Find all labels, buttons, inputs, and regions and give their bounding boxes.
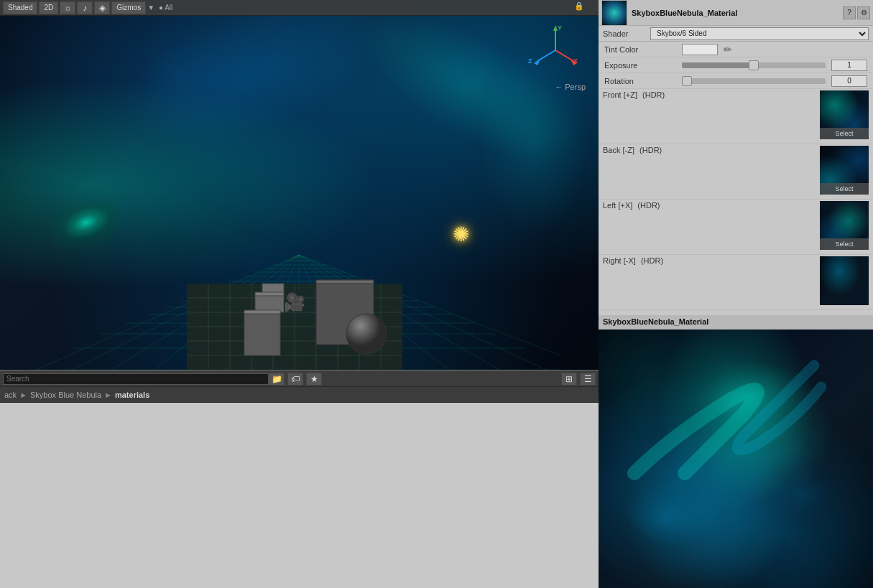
material-thumbnail [601,0,627,26]
scene-gizmo[interactable]: Y X Z [527,22,584,79]
right-texture-section: Right [-X] (HDR) [599,255,873,310]
gizmos-btn[interactable]: Gizmos [111,1,146,14]
exposure-row: Exposure 1 [599,57,873,73]
view-2d-btn[interactable]: 2D [39,1,58,14]
viewport[interactable]: ✺ 🎥 Shaded 2D ☼ ♪ ◈ Gizmos ▼ ● All 🔒 [0,0,599,370]
back-texture-thumb[interactable]: Select [820,146,869,195]
svg-point-65 [712,442,841,528]
front-texture-row: Front [+Z] (HDR) Select [603,90,869,139]
tag-icon[interactable]: 🏷 [287,373,303,386]
viewport-lock-icon[interactable]: 🔒 [574,1,584,11]
file-browser-toolbar: 📁 🏷 ★ ⊞ ☰ [0,371,599,387]
back-hdr: (HDR) [639,146,662,154]
inspector-panel: SkyboxBlueNebula_Material ? ⚙ Shader Sky… [599,0,873,588]
svg-point-53 [346,314,387,354]
back-texture-section: Back [-Z] (HDR) Select [599,144,873,200]
material-title: SkyboxBlueNebula_Material [632,9,839,17]
camera-icon: 🎥 [284,292,305,312]
file-browser-content[interactable] [0,403,599,588]
audio-toggle-btn[interactable]: ♪ [77,1,93,14]
right-texture-row: Right [-X] (HDR) [603,256,869,305]
breadcrumb-sep2: ► [104,391,112,399]
exposure-value[interactable]: 1 [831,60,867,71]
all-label: All [165,4,172,11]
rotation-value[interactable]: 0 [831,75,867,87]
left-texture-thumb[interactable]: Select [820,201,869,250]
sun-light-indicator: ✺ [453,223,469,246]
left-panel: ✺ 🎥 Shaded 2D ☼ ♪ ◈ Gizmos ▼ ● All 🔒 [0,0,599,588]
svg-rect-52 [316,280,374,284]
preview-title: SkyboxBlueNebula_Material [603,317,708,326]
viewport-toolbar: Shaded 2D ☼ ♪ ◈ Gizmos ▼ ● All 🔒 [0,0,599,16]
material-header-row: SkyboxBlueNebula_Material ? ⚙ [599,0,873,26]
lighting-toggle-btn[interactable]: ☼ [60,1,75,14]
rotation-label: Rotation [604,77,676,85]
front-texture-section: Front [+Z] (HDR) Select [599,89,873,144]
list-toggle-btn[interactable]: ☰ [580,373,596,386]
front-label: Front [+Z] [603,90,637,99]
left-texture-section: Left [+X] (HDR) Select [599,200,873,255]
back-select-btn[interactable]: Select [820,183,869,195]
svg-line-60 [537,50,555,61]
svg-marker-61 [534,59,540,65]
rotation-slider[interactable] [682,78,826,84]
star-icon[interactable]: ★ [306,373,322,386]
left-hdr: (HDR) [637,201,660,210]
svg-text:Z: Z [528,57,532,65]
breadcrumb-skybox[interactable]: Skybox Blue Nebula [30,391,101,399]
svg-line-57 [555,50,573,61]
preview-section: SkyboxBlueNebula_Material [599,315,873,589]
grid-floor [0,140,599,370]
perspective-label: ← Persp [555,83,586,91]
search-input[interactable] [3,373,269,385]
rotation-row: Rotation 0 [599,73,873,89]
front-select-btn[interactable]: Select [820,128,869,139]
folder-icon[interactable]: 📁 [269,373,285,386]
material-help-icon[interactable]: ? [843,6,856,19]
front-hdr: (HDR) [642,90,665,99]
main-area: ✺ 🎥 Shaded 2D ☼ ♪ ◈ Gizmos ▼ ● All 🔒 [0,0,873,588]
preview-image [599,330,873,589]
layout-toggle-btn[interactable]: ⊞ [561,373,577,386]
shader-label: Shader [603,29,646,38]
header-icons: ? ⚙ [843,6,870,19]
breadcrumb: ack ► Skybox Blue Nebula ► materials [0,387,599,403]
effects-toggle-btn[interactable]: ◈ [94,1,110,14]
right-hdr: (HDR) [641,256,663,265]
svg-rect-46 [255,294,284,312]
preview-header: SkyboxBlueNebula_Material [599,315,873,330]
front-texture-thumb[interactable]: Select [820,90,869,139]
svg-text:X: X [573,57,578,65]
breadcrumb-sep1: ► [19,391,27,399]
file-browser-panel: 📁 🏷 ★ ⊞ ☰ ack ► Skybox Blue Nebula ► mat… [0,370,599,588]
tint-color-swatch[interactable] [682,44,718,55]
back-label: Back [-Z] [603,146,634,154]
shader-row: Shader Skybox/6 Sided [599,26,873,42]
breadcrumb-back[interactable]: ack [4,391,17,399]
svg-rect-49 [255,292,284,296]
material-settings-icon[interactable]: ⚙ [857,6,870,19]
left-label: Left [+X] [603,201,632,210]
exposure-label: Exposure [604,61,676,70]
svg-text:Y: Y [558,24,562,32]
svg-rect-48 [244,310,280,314]
left-select-btn[interactable]: Select [820,238,869,250]
inspector-scroll[interactable]: Tint Color ✏ Exposure 1 Rotation [599,42,873,315]
tint-color-label: Tint Color [604,45,676,54]
back-texture-row: Back [-Z] (HDR) Select [603,146,869,195]
breadcrumb-current: materials [115,391,149,399]
color-picker-icon[interactable]: ✏ [724,44,732,55]
right-texture-thumb[interactable] [820,256,869,305]
tint-color-row: Tint Color ✏ [599,42,873,57]
svg-rect-45 [244,312,280,355]
left-texture-row: Left [+X] (HDR) Select [603,201,869,250]
right-label: Right [-X] [603,256,636,265]
exposure-slider[interactable] [682,62,826,68]
shading-mode-btn[interactable]: Shaded [3,1,37,14]
shader-dropdown[interactable]: Skybox/6 Sided [650,27,869,40]
